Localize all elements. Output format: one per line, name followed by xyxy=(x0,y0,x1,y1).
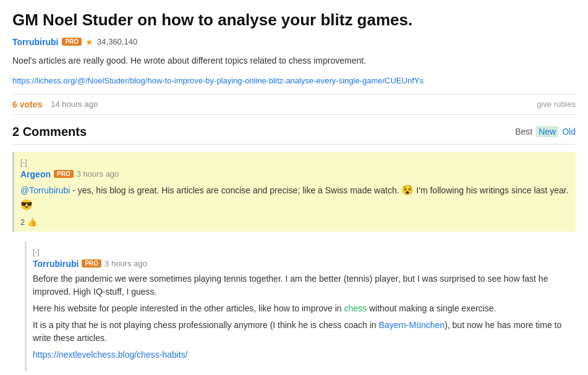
vote-count: 6 votes xyxy=(12,99,42,109)
follower-count: 34,360,140 xyxy=(97,37,137,46)
sort-old-option[interactable]: Old xyxy=(562,127,576,137)
comment-1-like-count: 2 xyxy=(20,217,25,227)
comment-2-text: Before the pandemic we were sometimes pl… xyxy=(33,272,569,361)
comment-2-para-1: Before the pandemic we were sometimes pl… xyxy=(33,272,569,298)
author-pro-badge: PRO xyxy=(62,38,82,46)
comment-1-text: @Torrubirubi - yes, his blog is great. H… xyxy=(20,183,569,213)
comment-1-likes: 2 👍 xyxy=(20,217,569,227)
comment-2-time: 3 hours ago xyxy=(104,259,147,268)
comment-2-para-3: It is a pity that he is not playing ches… xyxy=(33,319,569,345)
comment-1-time: 3 hours ago xyxy=(77,169,119,179)
collapse-button-1[interactable]: [-] xyxy=(20,158,27,167)
comment-2-para-2: Here his website for people interested i… xyxy=(33,302,569,315)
author-link[interactable]: Torrubirubi xyxy=(12,37,58,47)
collapse-button-2[interactable]: [-] xyxy=(33,248,40,256)
comment-2-author-line: Torrubirubi PRO 3 hours ago xyxy=(33,259,569,269)
comment-1-text-follow: I'm following his writings since last ye… xyxy=(416,185,568,195)
author-line: Torrubirubi PRO ★ 34,360,140 xyxy=(12,37,576,47)
article-description: Noel's articles are really good. He wrot… xyxy=(12,54,576,67)
vote-info: 6 votes 14 hours ago xyxy=(12,99,98,109)
comments-title: 2 Comments xyxy=(12,125,87,139)
comment-1-author[interactable]: Argeon xyxy=(20,169,51,179)
comment-1-text-body: - yes, his blog is great. His articles a… xyxy=(72,185,401,195)
comments-header: 2 Comments Best New Old xyxy=(12,125,576,145)
city-text: Bayern-München xyxy=(379,320,445,330)
mention-torrubirubi[interactable]: @Torrubirubi xyxy=(20,185,70,195)
sort-options: Best New Old xyxy=(515,126,576,137)
comment-2-external-link[interactable]: https://nextlevelchess.blog/chess-habits… xyxy=(33,350,188,360)
article-link[interactable]: https://lichess.org/@/NoelStuder/blog/ho… xyxy=(12,76,576,85)
sort-new-option[interactable]: New xyxy=(536,126,558,137)
vote-row: 6 votes 14 hours ago give rubies xyxy=(12,94,576,115)
emoji-dizzy: 😵 xyxy=(401,185,414,195)
comment-argeon: [-] Argeon PRO 3 hours ago @Torrubirubi … xyxy=(12,152,576,232)
comment-2-author[interactable]: Torrubirubi xyxy=(33,259,79,269)
chess-text: chess xyxy=(344,303,367,313)
emoji-cool: 😎 xyxy=(20,200,33,210)
give-rubies-button[interactable]: give rubies xyxy=(537,99,576,109)
comment-1-author-line: Argeon PRO 3 hours ago xyxy=(20,169,569,179)
post-time: 14 hours ago xyxy=(51,99,98,109)
comment-2-pro-badge: PRO xyxy=(82,259,101,268)
thumbs-up-icon: 👍 xyxy=(27,217,37,227)
comment-1-pro-badge: PRO xyxy=(54,170,74,178)
star-icon: ★ xyxy=(85,37,93,47)
comment-torrubirubi: [-] Torrubirubi PRO 3 hours ago Before t… xyxy=(25,242,576,371)
article-title: GM Noel Studer on how to analyse your bl… xyxy=(12,10,576,31)
sort-best-label[interactable]: Best xyxy=(515,127,532,137)
